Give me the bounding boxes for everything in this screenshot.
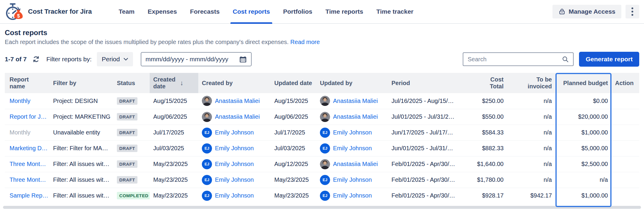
tab-cost-reports[interactable]: Cost reports: [226, 0, 277, 23]
table-row: MonthlyUnavailable entityDRAFTJul/17/202…: [5, 125, 639, 140]
tab-time-tracker[interactable]: Time tracker: [370, 0, 420, 23]
period-cell: Jun/01/2025 - Jul/31/…: [388, 140, 471, 156]
user-link[interactable]: Anastasiia Maliei: [215, 98, 260, 104]
col-header-planned-budget[interactable]: Planned budget: [555, 73, 612, 93]
app-logo-stopwatch-moneybag-icon: $: [5, 2, 24, 21]
user-avatar-initials[interactable]: EJ: [320, 191, 330, 201]
period-cell: Feb/01/2025 - Apr/30/…: [388, 172, 471, 188]
report-name-cell: Report for J…: [5, 109, 49, 125]
report-name-link[interactable]: Three Mont…: [10, 161, 46, 167]
more-options-button[interactable]: [626, 5, 639, 18]
user-link[interactable]: Emily Johnson: [333, 145, 372, 152]
user-avatar-photo[interactable]: [320, 112, 330, 122]
manage-access-button[interactable]: Manage Access: [552, 5, 621, 18]
table-row: Three Mont…Filter: All issues wit…DRAFTM…: [5, 172, 639, 188]
report-name-cell: Three Mont…: [5, 156, 49, 172]
col-header-updated-by[interactable]: Updated by: [316, 73, 388, 93]
user-link[interactable]: Emily Johnson: [333, 129, 372, 136]
col-header-period[interactable]: Period: [388, 73, 471, 93]
user-avatar-initials[interactable]: EJ: [202, 159, 212, 169]
cost-total-cell: $928.17: [471, 188, 507, 203]
report-name-link[interactable]: Monthly: [10, 98, 30, 104]
page-title: Cost reports: [5, 29, 639, 37]
user-avatar-initials[interactable]: EJ: [202, 143, 212, 154]
date-range-field[interactable]: [141, 52, 252, 66]
action-cell[interactable]: [612, 140, 639, 156]
report-name-link[interactable]: Report for J…: [10, 113, 47, 120]
action-cell[interactable]: [612, 109, 639, 125]
status-cell: DRAFT: [113, 125, 150, 140]
tab-forecasts[interactable]: Forecasts: [183, 0, 226, 23]
user-link[interactable]: Emily Johnson: [215, 176, 254, 183]
horizontal-scrollbar[interactable]: [3, 206, 641, 209]
action-cell[interactable]: [612, 93, 639, 109]
user-link[interactable]: Emily Johnson: [215, 192, 254, 199]
read-more-link[interactable]: Read more: [290, 39, 320, 45]
user-avatar-photo[interactable]: [202, 112, 212, 122]
user-avatar-photo[interactable]: [320, 96, 330, 106]
planned-budget-cell: $1,000.00: [555, 125, 612, 140]
col-header-filter-by[interactable]: Filter by: [49, 73, 113, 93]
kebab-menu-icon: [631, 7, 634, 16]
date-range-input[interactable]: [145, 56, 236, 63]
search-icon: [562, 56, 569, 63]
period-filter-dropdown[interactable]: Period: [97, 52, 133, 66]
user-link[interactable]: Emily Johnson: [333, 192, 372, 199]
user-link[interactable]: Emily Johnson: [215, 161, 254, 167]
col-header-created-date[interactable]: Created date ↓: [150, 73, 198, 93]
sort-descending-icon[interactable]: ↓: [180, 79, 183, 87]
updated-date-cell: May/23/2025: [271, 188, 316, 203]
user-avatar-initials[interactable]: EJ: [320, 128, 330, 138]
col-header-created-by[interactable]: Created by: [198, 73, 271, 93]
user-link[interactable]: Emily Johnson: [333, 176, 372, 183]
report-name-cell: Monthly: [5, 93, 49, 109]
created-date-cell: Aug/06/2025: [150, 109, 198, 125]
user-avatar-initials[interactable]: EJ: [320, 143, 330, 154]
status-badge: DRAFT: [117, 176, 137, 184]
user-avatar-photo[interactable]: [202, 96, 212, 106]
user-avatar-initials[interactable]: EJ: [320, 175, 330, 185]
col-header-cost-total[interactable]: Cost Total: [471, 73, 507, 93]
user-link[interactable]: Emily Johnson: [215, 129, 254, 136]
user-link[interactable]: Anastasiia Maliei: [333, 161, 378, 167]
user-avatar-initials[interactable]: EJ: [202, 128, 212, 138]
user-link[interactable]: Anastasiia Maliei: [333, 113, 378, 120]
updated-date-cell: Aug/15/2025: [271, 93, 316, 109]
report-name-link[interactable]: Three Mont…: [10, 176, 46, 183]
calendar-icon[interactable]: [239, 55, 247, 63]
filter-by-cell: Filter: All issues wit…: [49, 172, 113, 188]
cost-total-cell: $882.33: [471, 140, 507, 156]
user-link[interactable]: Anastasiia Maliei: [215, 113, 260, 120]
action-cell[interactable]: [612, 172, 639, 188]
action-cell[interactable]: [612, 156, 639, 172]
updated-by-cell: Anastasiia Maliei: [316, 109, 388, 125]
user-link[interactable]: Emily Johnson: [215, 145, 254, 152]
cost-total-cell: $584.33: [471, 125, 507, 140]
report-name-link[interactable]: Sample Rep…: [10, 192, 48, 199]
user-avatar-initials[interactable]: EJ: [202, 175, 212, 185]
user-avatar-photo[interactable]: [320, 159, 330, 169]
col-header-to-be-invoiced[interactable]: To be invoiced: [507, 73, 555, 93]
updated-by-cell: EJEmily Johnson: [316, 125, 388, 140]
refresh-button[interactable]: [32, 55, 40, 63]
col-header-status[interactable]: Status: [113, 73, 150, 93]
action-cell[interactable]: [612, 125, 639, 140]
tab-expenses[interactable]: Expenses: [141, 0, 183, 23]
search-field[interactable]: [463, 52, 574, 66]
search-input[interactable]: [467, 56, 559, 63]
user-avatar-initials[interactable]: EJ: [202, 191, 212, 201]
created-date-cell: May/23/2025: [150, 188, 198, 203]
tab-team[interactable]: Team: [112, 0, 141, 23]
col-header-report-name[interactable]: Report name: [5, 73, 49, 93]
action-cell[interactable]: [612, 188, 639, 203]
app-title: Cost Tracker for Jira: [28, 8, 92, 15]
generate-report-button[interactable]: Generate report: [579, 52, 639, 67]
tab-portfolios[interactable]: Portfolios: [276, 0, 319, 23]
table-row: MonthlyProject: DESIGNDRAFTAug/15/2025An…: [5, 93, 639, 109]
report-name-link[interactable]: Marketing D…: [10, 145, 48, 151]
tab-time-reports[interactable]: Time reports: [319, 0, 370, 23]
col-header-updated-date[interactable]: Updated date: [271, 73, 316, 93]
to-be-invoiced-cell: n/a: [507, 93, 555, 109]
user-link[interactable]: Anastasiia Maliei: [333, 98, 378, 104]
table-row: Report for J…Project: MARKETINGDRAFTAug/…: [5, 109, 639, 125]
